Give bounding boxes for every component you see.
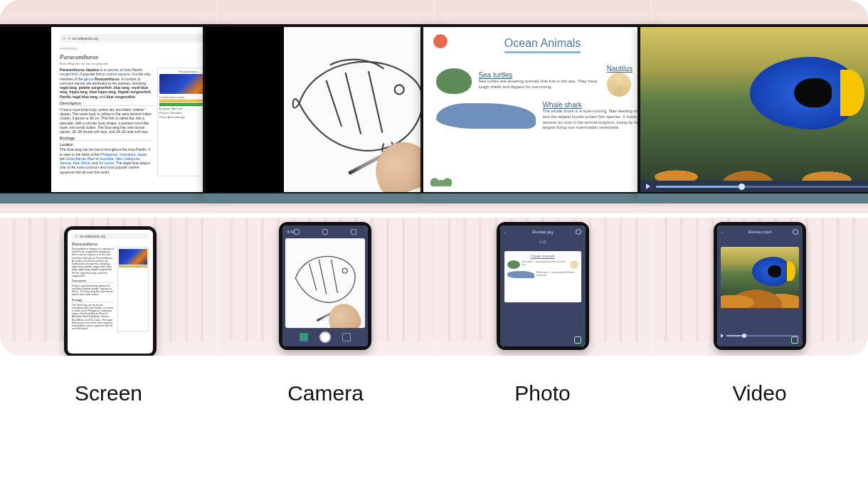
svg-point-1 [343, 268, 348, 273]
article-subtitle: From Wikipedia, the free encyclopedia [60, 62, 219, 65]
gallery-thumb[interactable] [300, 333, 308, 341]
tv-display-photo: Ocean Animals Sea turtles Sea turtles ar… [420, 24, 665, 195]
search-icon[interactable] [576, 229, 581, 235]
download-icon[interactable] [574, 336, 581, 344]
back-icon[interactable]: ‹ [721, 230, 723, 234]
panel-video: ‹ iRocket.mp4 [652, 0, 868, 356]
seek-bar[interactable] [726, 335, 799, 336]
label-video: Video [651, 381, 868, 405]
turtle-desc: Sea turtles are amazing animals that liv… [479, 79, 600, 90]
download-icon[interactable] [791, 336, 798, 344]
label-screen: Screen [0, 381, 217, 405]
photo-meta: 1/16 [500, 240, 586, 244]
status-time: 9:41 [287, 230, 295, 234]
camera-viewfinder [285, 238, 365, 328]
label-photo: Photo [434, 381, 651, 405]
nautilus-illustration [607, 73, 631, 97]
tv-speaker-bar [420, 193, 665, 203]
panel-camera: 9:41 [217, 0, 434, 356]
video-thumbnail [721, 247, 799, 308]
tablet-device-camera: 9:41 [279, 222, 371, 350]
video-file-name: iRocket.mp4 [748, 230, 771, 234]
tablet-device-screen: en.wikipedia.org Paracanthurus Paracanth… [64, 226, 157, 356]
ocean-animals-slide: Ocean Animals Sea turtles Sea turtles ar… [423, 27, 662, 192]
starfish-illustration [433, 34, 448, 48]
shark-desc: The whale shark is a slow-moving, filter… [543, 109, 650, 131]
turtle-heading: Sea turtles [479, 71, 600, 79]
photo-viewer-app: ‹ iRocket.jpg 1/16 Ocean Animals Sea tur… [500, 226, 586, 346]
svg-point-0 [395, 85, 404, 94]
panel-screen: en.wikipedia.org WIKIPEDIA Paracanthurus… [0, 0, 217, 356]
tv-display-camera [203, 24, 448, 195]
video-player-app: ‹ iRocket.mp4 [717, 226, 803, 346]
tv-display-video [637, 24, 868, 195]
back-icon[interactable]: ‹ [504, 230, 506, 234]
seaweed-illustration [430, 168, 452, 186]
tablet-device-video: ‹ iRocket.mp4 [714, 222, 806, 350]
tablet-device-photo: ‹ iRocket.jpg 1/16 Ocean Animals Sea tur… [497, 222, 589, 350]
shark-illustration [436, 103, 536, 129]
video-controls [640, 181, 868, 192]
shark-heading: Whale shark [543, 101, 650, 109]
url-text: en.wikipedia.org [73, 36, 98, 41]
play-icon[interactable] [646, 184, 650, 189]
turtle-illustration [436, 68, 472, 94]
browser-url-bar: en.wikipedia.org [60, 34, 219, 43]
label-camera: Camera [217, 381, 434, 405]
camera-app: 9:41 [282, 226, 368, 346]
play-icon[interactable] [721, 334, 724, 338]
section-ecology: Ecology [60, 136, 153, 141]
article-title: Paracanthurus [60, 53, 219, 60]
tv-speaker-bar [0, 193, 231, 203]
shutter-button[interactable] [319, 331, 331, 343]
video-playback [640, 27, 868, 192]
panels-row: en.wikipedia.org WIKIPEDIA Paracanthurus… [0, 0, 868, 356]
tv-speaker-bar [637, 193, 868, 203]
seek-bar[interactable] [656, 186, 868, 188]
photo-preview: Ocean Animals Sea turtles — amazing anim… [504, 251, 581, 302]
panel-photo: Ocean Animals Sea turtles Sea turtles ar… [435, 0, 652, 356]
mode-labels-row: Screen Camera Photo Video [0, 356, 868, 405]
section-location: Location [60, 142, 153, 147]
search-icon[interactable] [793, 229, 798, 235]
article-body: Paracanthurus hepatus is a species of In… [60, 68, 153, 176]
slide-title: Ocean Animals [504, 37, 581, 53]
timer-icon[interactable] [322, 229, 328, 235]
switch-camera-icon[interactable] [342, 333, 351, 341]
casting-modes-showcase: en.wikipedia.org WIKIPEDIA Paracanthurus… [0, 0, 868, 488]
browser-window: en.wikipedia.org WIKIPEDIA Paracanthurus… [51, 27, 228, 192]
photo-file-name: iRocket.jpg [532, 230, 554, 234]
tv-display-screen: en.wikipedia.org WIKIPEDIA Paracanthurus… [0, 24, 231, 195]
expand-icon[interactable] [351, 229, 356, 235]
tablet-browser: en.wikipedia.org Paracanthurus Paracanth… [68, 230, 153, 335]
tv-speaker-bar [203, 193, 448, 203]
section-description: Description [60, 101, 153, 106]
